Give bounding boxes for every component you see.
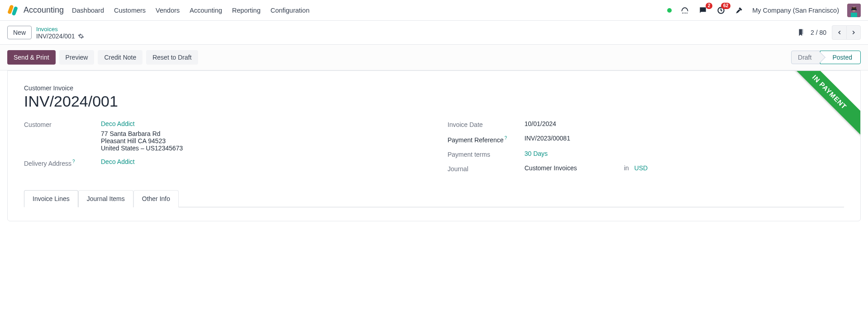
breadcrumb-current: INV/2024/001 [36, 33, 84, 40]
tab-other-info[interactable]: Other Info [133, 190, 179, 207]
reset-draft-button[interactable]: Reset to Draft [146, 50, 198, 65]
payment-terms-link[interactable]: 30 Days [525, 150, 548, 157]
voip-icon[interactable] [680, 5, 690, 15]
bookmark-icon[interactable] [797, 28, 805, 37]
send-print-button[interactable]: Send & Print [7, 50, 56, 65]
svg-rect-11 [851, 13, 857, 17]
status-bar: Draft Posted [791, 51, 861, 64]
customer-label: Customer [24, 120, 101, 128]
nav-reporting[interactable]: Reporting [232, 7, 261, 14]
tab-invoice-lines[interactable]: Invoice Lines [24, 190, 78, 207]
delivery-address-label: Delivery Address? [24, 158, 101, 167]
customer-address-line3: United States – US12345673 [101, 145, 183, 152]
tools-icon[interactable] [734, 5, 744, 15]
form-col-left: Customer Deco Addict 77 Santa Barbara Rd… [24, 120, 421, 179]
nav-configuration[interactable]: Configuration [270, 7, 309, 14]
pager-prev-button[interactable] [832, 25, 846, 40]
payment-reference-label-text: Payment Reference [448, 136, 504, 144]
nav-vendors[interactable]: Vendors [156, 7, 180, 14]
form-columns: Customer Deco Addict 77 Santa Barbara Rd… [24, 120, 844, 179]
delivery-address-link[interactable]: Deco Addict [101, 158, 135, 165]
invoice-name: INV/2024/001 [24, 93, 844, 110]
control-panel: New Invoices INV/2024/001 2 / 80 [0, 21, 868, 45]
action-bar: Send & Print Preview Credit Note Reset t… [0, 45, 868, 70]
tab-journal-items[interactable]: Journal Items [78, 190, 133, 207]
nav-right: 2 62 My Company (San Francisco) [667, 4, 861, 17]
invoice-date-label: Invoice Date [448, 120, 525, 128]
breadcrumb-current-text: INV/2024/001 [36, 33, 75, 40]
app-logo[interactable] [7, 5, 19, 16]
journal-label: Journal [448, 164, 525, 173]
notebook-tabs: Invoice Lines Journal Items Other Info [24, 190, 844, 207]
currency-label: in [624, 164, 629, 172]
svg-rect-10 [851, 9, 857, 10]
nav-accounting[interactable]: Accounting [190, 7, 222, 14]
messages-icon[interactable]: 2 [698, 5, 708, 15]
company-switcher[interactable]: My Company (San Francisco) [752, 7, 839, 14]
breadcrumb: Invoices INV/2024/001 [36, 26, 84, 40]
payment-reference-label: Payment Reference? [448, 135, 525, 144]
status-draft[interactable]: Draft [791, 51, 820, 64]
form-col-right: Invoice Date 10/01/2024 Payment Referenc… [448, 120, 844, 179]
journal-value-group: Customer Invoices in USD [525, 164, 648, 172]
currency-link[interactable]: USD [634, 164, 648, 172]
invoice-date-value[interactable]: 10/01/2024 [525, 120, 556, 127]
new-button[interactable]: New [7, 26, 32, 39]
activities-icon[interactable]: 62 [716, 5, 726, 15]
nav-customers[interactable]: Customers [114, 7, 146, 14]
payment-reference-value[interactable]: INV/2023/00081 [525, 135, 570, 142]
payment-terms-label: Payment terms [448, 150, 525, 158]
status-posted[interactable]: Posted [820, 51, 861, 64]
form-sheet: IN PAYMENT Customer Invoice INV/2024/001… [7, 70, 861, 221]
delivery-address-label-text: Delivery Address [24, 160, 71, 167]
preview-button[interactable]: Preview [59, 50, 95, 65]
pager-count[interactable]: 2 / 80 [811, 29, 826, 36]
customer-address-line1: 77 Santa Barbara Rd [101, 130, 183, 137]
customer-value: Deco Addict 77 Santa Barbara Rd Pleasant… [101, 120, 183, 152]
user-avatar[interactable] [847, 4, 861, 17]
help-icon[interactable]: ? [72, 159, 75, 164]
presence-indicator-icon[interactable] [667, 8, 672, 13]
help-icon[interactable]: ? [504, 135, 507, 140]
journal-value[interactable]: Customer Invoices [525, 164, 577, 172]
customer-link[interactable]: Deco Addict [101, 120, 183, 127]
app-name[interactable]: Accounting [24, 5, 64, 15]
top-nav: Accounting Dashboard Customers Vendors A… [0, 0, 868, 21]
pager-next-button[interactable] [846, 25, 861, 40]
move-type-label: Customer Invoice [24, 84, 844, 92]
credit-note-button[interactable]: Credit Note [98, 50, 142, 65]
nav-dashboard[interactable]: Dashboard [72, 7, 104, 14]
activities-badge: 62 [721, 3, 730, 9]
main-menu: Dashboard Customers Vendors Accounting R… [72, 7, 309, 14]
messages-badge: 2 [706, 3, 713, 9]
customer-address-line2: Pleasant Hill CA 94523 [101, 137, 183, 145]
breadcrumb-parent[interactable]: Invoices [36, 26, 84, 33]
gear-icon[interactable] [78, 33, 84, 39]
control-panel-right: 2 / 80 [797, 25, 861, 40]
